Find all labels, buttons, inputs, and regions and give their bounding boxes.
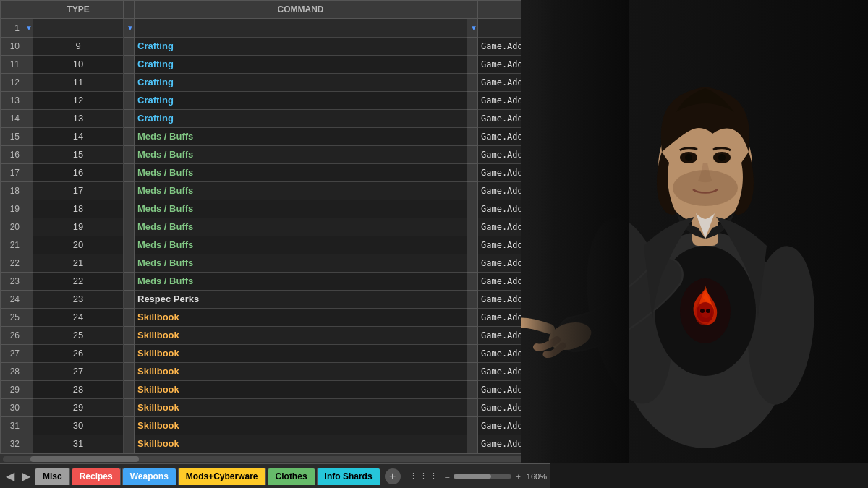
cell-cmd[interactable] [135, 19, 467, 38]
row-num: 20 [1, 218, 22, 236]
table-row[interactable]: 14 13 Crafting Game.AddToInventory("Item… [1, 110, 550, 128]
table-row[interactable]: 13 12 Crafting Game.AddToInventory("Item… [1, 92, 550, 110]
cell-index[interactable]: 25 [33, 327, 124, 345]
cell-type[interactable]: Skillbook [135, 399, 467, 417]
cell-index[interactable]: 24 [33, 309, 124, 327]
col-b-header[interactable] [124, 1, 135, 19]
cell-type[interactable]: Skillbook [135, 345, 467, 363]
scrollbar-thumb[interactable] [30, 456, 139, 462]
cell-type[interactable]: Respec Perks [135, 291, 467, 309]
cell-index[interactable]: 27 [33, 363, 124, 381]
tab-recipes[interactable]: Recipes [72, 468, 121, 485]
table-row[interactable]: 15 14 Meds / Buffs Game.AddToInventory("… [1, 128, 550, 146]
row-num: 25 [1, 309, 22, 327]
cell-index[interactable]: 21 [33, 254, 124, 273]
table-row[interactable]: 32 31 Skillbook Game.AddToInventory("Ite… [1, 435, 550, 453]
table-row[interactable]: 17 16 Meds / Buffs Game.AddToInventory("… [1, 164, 550, 182]
cell-type[interactable]: Crafting [135, 92, 467, 110]
cell-index[interactable]: 30 [33, 417, 124, 435]
cell-index[interactable]: 16 [33, 164, 124, 182]
add-sheet-button[interactable]: + [385, 468, 401, 484]
col-sep-c: ▼ [467, 19, 478, 38]
cell-index[interactable]: 19 [33, 218, 124, 236]
col-sep-a [22, 182, 33, 200]
table-row[interactable]: 31 30 Skillbook Game.AddToInventory("Ite… [1, 417, 550, 435]
cell-type[interactable]: Crafting [135, 110, 467, 128]
tab-nav-left[interactable]: ◀ [3, 469, 17, 483]
col-type-header[interactable]: TYPE [33, 1, 124, 19]
tab-clothes[interactable]: Clothes [268, 468, 315, 485]
cell-type[interactable]: Meds / Buffs [135, 200, 467, 218]
tab-weapons[interactable]: Weapons [122, 468, 176, 485]
col-a-header[interactable] [22, 1, 33, 19]
cell-index[interactable]: 11 [33, 74, 124, 92]
table-row[interactable]: 23 22 Meds / Buffs Game.AddToInventory("… [1, 273, 550, 291]
col-sep-c [467, 345, 478, 363]
cell-index[interactable]: 22 [33, 273, 124, 291]
cell-type[interactable]: Meds / Buffs [135, 146, 467, 164]
table-row[interactable]: 26 25 Skillbook Game.AddToInventory("Ite… [1, 327, 550, 345]
cell-type[interactable]: Skillbook [135, 381, 467, 399]
cell-index[interactable]: 26 [33, 345, 124, 363]
cell-index[interactable]: 14 [33, 128, 124, 146]
cell-type[interactable]: Meds / Buffs [135, 236, 467, 254]
cell-type[interactable]: Crafting [135, 56, 467, 74]
table-row[interactable]: 10 9 Crafting Game.AddToInventory("Items… [1, 38, 550, 56]
cell-type[interactable]: Meds / Buffs [135, 128, 467, 146]
table-row[interactable]: 21 20 Meds / Buffs Game.AddToInventory("… [1, 236, 550, 254]
scrollbar-track[interactable] [3, 456, 547, 462]
zoom-bar[interactable] [454, 474, 511, 479]
row-num: 13 [1, 92, 22, 110]
cell-index[interactable]: 10 [33, 56, 124, 74]
cell-index[interactable]: 29 [33, 399, 124, 417]
cell-index[interactable]: 17 [33, 182, 124, 200]
cell-type[interactable]: Skillbook [135, 309, 467, 327]
table-row[interactable]: 27 26 Skillbook Game.AddToInventory("Ite… [1, 345, 550, 363]
tab-mods[interactable]: Mods+Cyberware [178, 468, 266, 485]
cell-type[interactable]: Crafting [135, 38, 467, 56]
table-row[interactable]: 28 27 Skillbook Game.AddToInventory("Ite… [1, 363, 550, 381]
zoom-minus[interactable]: – [445, 472, 449, 481]
cell-type[interactable]: Skillbook [135, 417, 467, 435]
cell-type[interactable] [33, 19, 124, 38]
table-row[interactable]: 20 19 Meds / Buffs Game.AddToInventory("… [1, 218, 550, 236]
cell-type[interactable]: Skillbook [135, 363, 467, 381]
horizontal-scrollbar[interactable] [0, 453, 550, 463]
cell-type[interactable]: Meds / Buffs [135, 182, 467, 200]
cell-type[interactable]: Meds / Buffs [135, 164, 467, 182]
table-row[interactable]: 16 15 Meds / Buffs Game.AddToInventory("… [1, 146, 550, 164]
tab-misc[interactable]: Misc [35, 468, 70, 485]
col-cmd-header[interactable]: COMMAND [135, 1, 467, 19]
cell-type[interactable]: Meds / Buffs [135, 218, 467, 236]
table-row[interactable]: 18 17 Meds / Buffs Game.AddToInventory("… [1, 182, 550, 200]
cell-index[interactable]: 13 [33, 110, 124, 128]
cell-type[interactable]: Meds / Buffs [135, 254, 467, 273]
tab-nav-right[interactable]: ▶ [19, 469, 33, 483]
table-row[interactable]: 29 28 Skillbook Game.AddToInventory("Ite… [1, 381, 550, 399]
table-row[interactable]: 11 10 Crafting Game.AddToInventory("Item… [1, 56, 550, 74]
cell-index[interactable]: 15 [33, 146, 124, 164]
table-row[interactable]: 22 21 Meds / Buffs Game.AddToInventory("… [1, 254, 550, 273]
table-row[interactable]: 30 29 Skillbook Game.AddToInventory("Ite… [1, 399, 550, 417]
table-row[interactable]: 25 24 Skillbook Game.AddToInventory("Ite… [1, 309, 550, 327]
cell-type[interactable]: Meds / Buffs [135, 273, 467, 291]
cell-index[interactable]: 9 [33, 38, 124, 56]
tab-info[interactable]: info Shards [317, 468, 380, 485]
cell-index[interactable]: 23 [33, 291, 124, 309]
table-row[interactable]: 1 ▼ ▼ ▼ ▼ [1, 19, 550, 38]
cell-index[interactable]: 28 [33, 381, 124, 399]
cell-index[interactable]: 31 [33, 435, 124, 453]
cell-type[interactable]: Skillbook [135, 435, 467, 453]
cell-type[interactable]: Skillbook [135, 327, 467, 345]
cell-index[interactable]: 18 [33, 200, 124, 218]
cell-index[interactable]: 20 [33, 236, 124, 254]
col-c-header[interactable] [467, 1, 478, 19]
zoom-plus[interactable]: + [516, 472, 520, 481]
row-num: 18 [1, 182, 22, 200]
table-row[interactable]: 24 23 Respec Perks Game.AddToInventory("… [1, 291, 550, 309]
cell-index[interactable]: 12 [33, 92, 124, 110]
table-row[interactable]: 19 18 Meds / Buffs Game.AddToInventory("… [1, 200, 550, 218]
cell-type[interactable]: Crafting [135, 74, 467, 92]
table-row[interactable]: 12 11 Crafting Game.AddToInventory("Item… [1, 74, 550, 92]
col-sep-a [22, 128, 33, 146]
